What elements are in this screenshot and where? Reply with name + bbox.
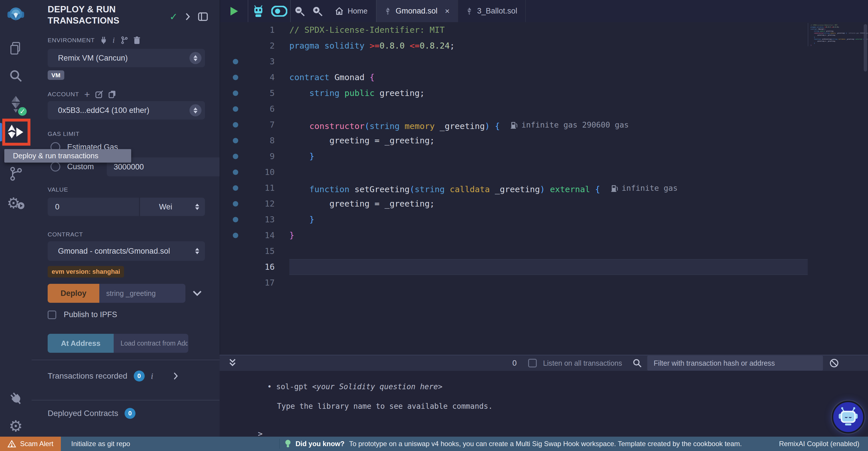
value-unit-select[interactable]: Wei xyxy=(140,198,205,216)
deploy-button[interactable]: Deploy xyxy=(48,284,99,303)
copilot-status[interactable]: RemixAI Copilot (enabled) xyxy=(779,440,859,448)
at-address-button[interactable]: At Address xyxy=(48,334,114,353)
select-updown-icon xyxy=(195,204,199,210)
ai-robot-icon[interactable] xyxy=(248,0,268,22)
code-text[interactable]: string public greeting; xyxy=(289,85,425,101)
code-text[interactable]: constructor(string memory _greeting) {in… xyxy=(289,117,629,134)
code-text[interactable]: contract Gmonad { xyxy=(289,69,375,85)
code-text[interactable]: } xyxy=(289,148,314,164)
gutter-dot[interactable] xyxy=(233,75,238,80)
edit-icon[interactable] xyxy=(95,90,103,98)
code-line[interactable]: 13 } xyxy=(220,212,868,227)
editor-scrollbar[interactable] xyxy=(864,24,867,72)
code-line[interactable]: 15 xyxy=(220,243,868,259)
ai-chat-button[interactable] xyxy=(832,401,865,433)
select-updown-icon xyxy=(195,248,199,254)
environment-select[interactable]: Remix VM (Cancun) xyxy=(48,49,205,67)
tab-3-ballot-sol[interactable]: 3_Ballot.sol xyxy=(458,0,526,22)
ai-copilot-toggle-icon[interactable] xyxy=(268,0,290,22)
account-label: ACCOUNT + xyxy=(48,90,116,98)
tab-home[interactable]: Home xyxy=(327,0,376,22)
code-line[interactable]: 16 xyxy=(220,259,868,275)
plus-icon[interactable]: + xyxy=(84,91,90,97)
code-text[interactable]: } xyxy=(289,227,294,243)
gas-annotation: infinite gas 290600 gas xyxy=(510,117,629,133)
collapse-terminal-icon[interactable] xyxy=(228,358,237,368)
code-line[interactable]: 3 xyxy=(220,54,868,69)
code-line[interactable]: 12 greeting = _greeting; xyxy=(220,196,868,212)
remix-logo-icon[interactable] xyxy=(0,4,32,24)
minimap[interactable]: // SPDX-License-Identifier: MITpragma so… xyxy=(808,23,860,46)
constructor-arg-input[interactable] xyxy=(99,284,185,303)
search-icon[interactable] xyxy=(0,68,32,84)
value-input[interactable]: 0 xyxy=(48,198,139,216)
account-select[interactable]: 0x5B3...eddC4 (100 ether) xyxy=(48,101,205,119)
info-icon[interactable]: i xyxy=(151,371,153,381)
search-icon xyxy=(632,358,642,368)
block-icon[interactable] xyxy=(829,358,839,368)
script-runner-icon[interactable]: ⚙ xyxy=(0,193,32,213)
zoom-out-icon[interactable] xyxy=(291,0,309,22)
code-line[interactable]: 1// SPDX-License-Identifier: MIT xyxy=(220,22,868,38)
gutter-dot[interactable] xyxy=(233,106,238,112)
info-icon[interactable]: i xyxy=(113,36,115,45)
run-script-button[interactable] xyxy=(220,0,248,22)
close-icon[interactable]: × xyxy=(445,7,450,16)
gutter-dot[interactable] xyxy=(233,122,238,128)
code-line[interactable]: 6 xyxy=(220,101,868,117)
code-line[interactable]: 10 xyxy=(220,164,868,180)
minimap-line: } xyxy=(811,42,860,44)
file-explorer-icon[interactable] xyxy=(0,40,32,56)
gutter-dot[interactable] xyxy=(233,185,238,191)
gutter-dot[interactable] xyxy=(233,59,238,64)
publish-ipfs-row[interactable]: Publish to IPFS xyxy=(48,310,117,319)
chevron-right-icon[interactable] xyxy=(174,372,178,380)
pin-panel-icon[interactable] xyxy=(198,11,208,22)
git-init-button[interactable]: Initialize as git repo xyxy=(71,440,130,448)
settings-icon[interactable]: ⚙ xyxy=(0,416,32,436)
code-line[interactable]: 9 } xyxy=(220,148,868,164)
gutter-dot[interactable] xyxy=(233,201,238,206)
code-line[interactable]: 7 constructor(string memory _greeting) {… xyxy=(220,117,868,133)
code-text[interactable]: pragma solidity >=0.8.0 <=0.8.24; xyxy=(289,38,455,54)
code-line[interactable]: 8 greeting = _greeting; xyxy=(220,133,868,148)
code-line[interactable]: 17 xyxy=(220,275,868,291)
value-label: VALUE xyxy=(48,186,68,193)
custom-gas-radio[interactable] xyxy=(51,162,60,171)
gutter-dot[interactable] xyxy=(233,90,238,96)
plug-icon[interactable] xyxy=(100,36,107,44)
contract-select[interactable]: Gmonad - contracts/Gmonad.sol xyxy=(48,241,205,261)
publish-ipfs-checkbox[interactable] xyxy=(48,311,56,319)
code-line[interactable]: 11 function setGreeting(string calldata … xyxy=(220,180,868,196)
trash-icon[interactable] xyxy=(133,36,141,44)
code-line[interactable]: 2pragma solidity >=0.8.0 <=0.8.24; xyxy=(220,38,868,54)
custom-gas-radio-row[interactable]: Custom xyxy=(51,162,94,171)
chevron-down-icon[interactable] xyxy=(192,290,202,297)
listen-all-checkbox[interactable] xyxy=(528,359,537,367)
code-editor[interactable]: 1// SPDX-License-Identifier: MIT2pragma … xyxy=(220,22,868,291)
code-line[interactable]: 14} xyxy=(220,227,868,243)
chevron-right-icon[interactable] xyxy=(185,12,190,21)
git-icon[interactable] xyxy=(0,165,32,182)
code-line[interactable]: 4contract Gmonad { xyxy=(220,69,868,85)
code-text[interactable]: greeting = _greeting; xyxy=(289,133,435,148)
solidity-compiler-icon[interactable]: ✓ xyxy=(0,94,32,114)
zoom-in-icon[interactable] xyxy=(309,0,327,22)
gutter-dot[interactable] xyxy=(233,138,238,143)
code-text[interactable]: greeting = _greeting; xyxy=(289,196,435,212)
gutter-dot[interactable] xyxy=(233,154,238,159)
fork-icon[interactable] xyxy=(120,36,128,44)
code-line[interactable]: 5 string public greeting; xyxy=(220,85,868,101)
code-text[interactable]: } xyxy=(289,212,314,227)
transaction-filter-input[interactable] xyxy=(647,356,823,371)
gutter-dot[interactable] xyxy=(233,233,238,238)
gutter-dot[interactable] xyxy=(233,217,238,222)
scam-alert-badge[interactable]: Scam Alert xyxy=(0,436,61,451)
at-address-input[interactable] xyxy=(114,334,188,353)
plugin-manager-icon[interactable] xyxy=(0,388,32,408)
gutter-dot[interactable] xyxy=(233,169,238,175)
code-text[interactable]: function setGreeting(string calldata _gr… xyxy=(289,180,678,197)
code-text[interactable]: // SPDX-License-Identifier: MIT xyxy=(289,22,445,38)
tab-gmonad-sol[interactable]: Gmonad.sol × xyxy=(377,0,458,22)
copy-icon[interactable] xyxy=(108,90,116,98)
